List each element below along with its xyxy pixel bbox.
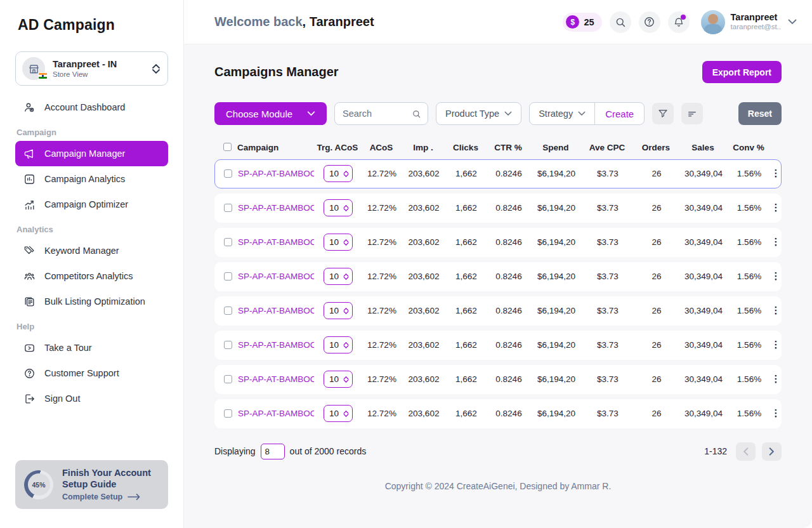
row-menu-button[interactable]: ⋮	[771, 342, 781, 347]
sidebar-item-campaign-optimizer[interactable]: Campaign Optimizer	[15, 192, 168, 217]
row-checkbox[interactable]	[224, 307, 232, 315]
sidebar-item-sign-out[interactable]: Sign Out	[15, 386, 168, 411]
spend-value: $6,194,20	[531, 272, 582, 281]
arrow-right-icon	[128, 493, 140, 501]
sidebar-item-competitors-analytics[interactable]: Competitors Analytics	[15, 263, 168, 289]
campaign-link[interactable]: SP-AP-AT-BAMBOO..	[238, 409, 314, 418]
trg-acos-input[interactable]	[329, 340, 341, 350]
trg-acos-stepper[interactable]	[324, 302, 353, 319]
row-menu-button[interactable]: ⋮	[771, 171, 781, 176]
stepper-arrows-icon[interactable]	[343, 274, 349, 280]
stepper-arrows-icon[interactable]	[343, 411, 349, 417]
help-button[interactable]	[639, 11, 660, 33]
row-menu-button[interactable]: ⋮	[771, 411, 781, 416]
orders-value: 26	[634, 409, 679, 418]
row-menu-button[interactable]: ⋮	[771, 376, 781, 381]
reset-button[interactable]: Reset	[738, 102, 782, 125]
choose-module-dropdown[interactable]: Choose Module	[214, 102, 327, 125]
sidebar-item-account-dashboard[interactable]: Account Dashboard	[15, 95, 168, 120]
dollar-coin-icon: $	[566, 15, 579, 29]
table-row[interactable]: SP-AP-AT-BAMBOO.. 12.72% 203,602 1,662 0…	[214, 262, 782, 291]
strategy-dropdown[interactable]: Strategy	[530, 103, 594, 124]
create-strategy-button[interactable]: Create	[595, 103, 644, 124]
table-row[interactable]: SP-AP-AT-BAMBOO.. 12.72% 203,602 1,662 0…	[214, 159, 782, 188]
megaphone-icon	[23, 147, 36, 160]
product-type-dropdown[interactable]: Product Type	[436, 102, 521, 125]
table-row[interactable]: SP-AP-AT-BAMBOO.. 12.72% 203,602 1,662 0…	[214, 228, 782, 257]
setup-guide-card[interactable]: 45% Finish Your Account Setup Guide Comp…	[15, 460, 168, 509]
complete-setup-link[interactable]: Complete Setup	[62, 492, 159, 501]
stepper-arrows-icon[interactable]	[343, 239, 349, 246]
trg-acos-stepper[interactable]	[324, 199, 353, 216]
row-checkbox[interactable]	[224, 169, 232, 178]
conv-value: 1.56%	[728, 203, 771, 213]
trg-acos-input[interactable]	[329, 306, 341, 315]
trg-acos-input[interactable]	[329, 272, 341, 281]
search-input[interactable]	[343, 109, 412, 119]
credits-badge[interactable]: $ 25	[563, 13, 601, 32]
table-row[interactable]: SP-AP-AT-BAMBOO.. 12.72% 203,602 1,662 0…	[214, 194, 782, 223]
page-size-input[interactable]	[261, 444, 285, 459]
campaign-link[interactable]: SP-AP-AT-BAMBOO..	[238, 237, 314, 247]
search-button[interactable]	[610, 11, 631, 33]
campaign-link[interactable]: SP-AP-AT-BAMBOO..	[238, 272, 314, 281]
sidebar-item-take-a-tour[interactable]: Take a Tour	[15, 335, 168, 360]
select-all-checkbox[interactable]	[223, 143, 232, 151]
sidebar-item-campaign-analytics[interactable]: Campaign Analytics	[15, 166, 168, 192]
store-selector[interactable]: Taranpreet - IN Store View	[15, 51, 168, 86]
notifications-button[interactable]	[668, 11, 690, 33]
sort-button[interactable]	[681, 103, 703, 124]
india-flag-icon	[38, 72, 48, 79]
trg-acos-stepper[interactable]	[324, 165, 353, 182]
table-row[interactable]: SP-AP-AT-BAMBOO.. 12.72% 203,602 1,662 0…	[214, 365, 782, 394]
row-menu-button[interactable]: ⋮	[771, 308, 781, 313]
trg-acos-stepper[interactable]	[324, 371, 353, 388]
trg-acos-input[interactable]	[329, 409, 341, 418]
next-page-button[interactable]	[762, 442, 782, 461]
stepper-arrows-icon[interactable]	[343, 205, 349, 211]
chevron-down-icon[interactable]	[788, 19, 797, 25]
row-menu-button[interactable]: ⋮	[771, 274, 781, 279]
sidebar-item-campaign-manager[interactable]: Campaign Manager	[15, 141, 168, 166]
row-checkbox[interactable]	[224, 409, 232, 418]
prev-page-button[interactable]	[736, 442, 756, 461]
table-row[interactable]: SP-AP-AT-BAMBOO.. 12.72% 203,602 1,662 0…	[214, 296, 782, 326]
sidebar-item-keyword-manager[interactable]: Keyword Manager	[15, 238, 168, 263]
trg-acos-input[interactable]	[329, 169, 341, 178]
trg-acos-stepper[interactable]	[324, 234, 353, 251]
row-checkbox[interactable]	[224, 204, 232, 212]
campaign-link[interactable]: SP-AP-AT-BAMBOO..	[238, 203, 314, 213]
table-row[interactable]: SP-AP-AT-BAMBOO.. 12.72% 203,602 1,662 0…	[214, 399, 782, 428]
trg-acos-input[interactable]	[329, 203, 341, 213]
campaign-link[interactable]: SP-AP-AT-BAMBOO..	[238, 374, 314, 384]
campaign-link[interactable]: SP-AP-AT-BAMBOO..	[238, 169, 314, 178]
trg-acos-stepper[interactable]	[324, 268, 353, 285]
campaign-link[interactable]: SP-AP-AT-BAMBOO..	[238, 306, 314, 315]
trg-acos-input[interactable]	[329, 237, 341, 247]
stepper-arrows-icon[interactable]	[343, 342, 349, 348]
row-menu-button[interactable]: ⋮	[771, 205, 781, 210]
profile-menu[interactable]: Taranpreet taranpreet@st..	[701, 10, 797, 34]
campaign-link[interactable]: SP-AP-AT-BAMBOO..	[238, 340, 314, 350]
spend-value: $6,194,20	[531, 374, 582, 384]
stepper-arrows-icon[interactable]	[343, 308, 349, 314]
filter-button[interactable]	[652, 103, 674, 124]
stepper-arrows-icon[interactable]	[343, 171, 349, 177]
trg-acos-stepper[interactable]	[324, 336, 353, 353]
row-checkbox[interactable]	[224, 375, 232, 383]
trg-acos-stepper[interactable]	[324, 405, 353, 422]
row-checkbox[interactable]	[224, 272, 232, 280]
table-row[interactable]: SP-AP-AT-BAMBOO.. 12.72% 203,602 1,662 0…	[214, 331, 782, 360]
store-expand-icon[interactable]	[152, 64, 160, 74]
row-checkbox[interactable]	[224, 238, 232, 246]
row-checkbox[interactable]	[224, 341, 232, 349]
table-body: SP-AP-AT-BAMBOO.. 12.72% 203,602 1,662 0…	[214, 159, 782, 428]
search-icon	[412, 109, 421, 119]
export-report-button[interactable]: Export Report	[702, 61, 782, 83]
sidebar-item-customer-support[interactable]: Customer Support	[15, 360, 168, 386]
sidebar-item-bulk-listing-optimization[interactable]: Bulk Listing Optimization	[15, 289, 168, 314]
search-field[interactable]	[334, 102, 428, 125]
row-menu-button[interactable]: ⋮	[771, 239, 781, 244]
trg-acos-input[interactable]	[329, 374, 341, 384]
stepper-arrows-icon[interactable]	[343, 376, 349, 383]
